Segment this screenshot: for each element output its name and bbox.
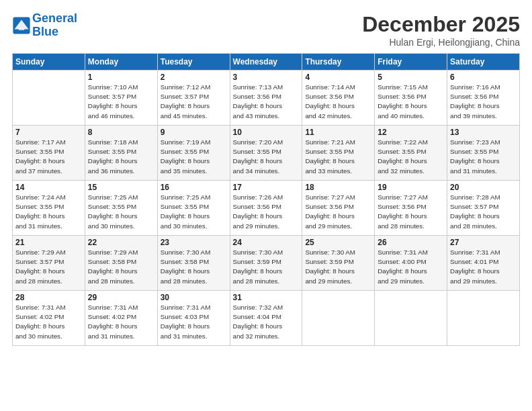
calendar-cell xyxy=(302,291,375,346)
day-info: Sunrise: 7:10 AMSunset: 3:57 PMDaylight:… xyxy=(88,83,154,121)
day-info: Sunrise: 7:17 AMSunset: 3:55 PMDaylight:… xyxy=(15,138,82,176)
day-info: Sunrise: 7:30 AMSunset: 3:59 PMDaylight:… xyxy=(233,248,300,286)
calendar-cell: 15Sunrise: 7:25 AMSunset: 3:55 PMDayligh… xyxy=(85,181,157,236)
day-info: Sunrise: 7:27 AMSunset: 3:56 PMDaylight:… xyxy=(305,193,371,231)
calendar-cell xyxy=(375,291,447,346)
day-info: Sunrise: 7:21 AMSunset: 3:55 PMDaylight:… xyxy=(305,138,371,176)
day-number: 15 xyxy=(88,183,154,192)
day-number: 23 xyxy=(161,238,227,247)
day-info: Sunrise: 7:29 AMSunset: 3:58 PMDaylight:… xyxy=(88,248,154,286)
header: General Blue December 2025 Hulan Ergi, H… xyxy=(12,12,520,48)
day-number: 30 xyxy=(161,293,227,302)
day-info: Sunrise: 7:25 AMSunset: 3:55 PMDaylight:… xyxy=(88,193,154,231)
day-info: Sunrise: 7:28 AMSunset: 3:57 PMDaylight:… xyxy=(450,193,517,231)
weekday-header: Saturday xyxy=(447,54,520,71)
day-number: 31 xyxy=(233,293,300,302)
day-info: Sunrise: 7:19 AMSunset: 3:55 PMDaylight:… xyxy=(161,138,227,176)
day-number: 16 xyxy=(161,183,227,192)
calendar-cell: 7Sunrise: 7:17 AMSunset: 3:55 PMDaylight… xyxy=(13,126,85,181)
month-title: December 2025 xyxy=(362,12,520,37)
logo-icon xyxy=(12,16,31,35)
day-number: 7 xyxy=(15,128,82,137)
day-number: 25 xyxy=(305,238,371,247)
calendar-cell: 27Sunrise: 7:31 AMSunset: 4:01 PMDayligh… xyxy=(447,236,520,291)
calendar-table: SundayMondayTuesdayWednesdayThursdayFrid… xyxy=(12,53,520,346)
logo: General Blue xyxy=(12,12,77,39)
day-info: Sunrise: 7:27 AMSunset: 3:56 PMDaylight:… xyxy=(378,193,444,231)
title-block: December 2025 Hulan Ergi, Heilongjiang, … xyxy=(362,12,520,48)
calendar-cell xyxy=(447,291,520,346)
day-info: Sunrise: 7:30 AMSunset: 3:58 PMDaylight:… xyxy=(161,248,227,286)
calendar-cell: 11Sunrise: 7:21 AMSunset: 3:55 PMDayligh… xyxy=(302,126,375,181)
calendar-cell: 30Sunrise: 7:31 AMSunset: 4:03 PMDayligh… xyxy=(157,291,230,346)
page: General Blue December 2025 Hulan Ergi, H… xyxy=(0,0,532,411)
day-info: Sunrise: 7:13 AMSunset: 3:56 PMDaylight:… xyxy=(233,83,300,121)
day-number: 11 xyxy=(305,128,371,137)
day-number: 13 xyxy=(450,128,517,137)
day-number: 14 xyxy=(15,183,82,192)
day-number: 17 xyxy=(233,183,300,192)
calendar-cell: 22Sunrise: 7:29 AMSunset: 3:58 PMDayligh… xyxy=(85,236,157,291)
day-info: Sunrise: 7:15 AMSunset: 3:56 PMDaylight:… xyxy=(378,83,444,121)
day-info: Sunrise: 7:16 AMSunset: 3:56 PMDaylight:… xyxy=(450,83,517,121)
calendar-cell xyxy=(13,71,85,126)
day-info: Sunrise: 7:12 AMSunset: 3:57 PMDaylight:… xyxy=(161,83,227,121)
day-number: 10 xyxy=(233,128,300,137)
weekday-header: Wednesday xyxy=(230,54,302,71)
day-info: Sunrise: 7:23 AMSunset: 3:55 PMDaylight:… xyxy=(450,138,517,176)
day-info: Sunrise: 7:31 AMSunset: 4:00 PMDaylight:… xyxy=(378,248,444,286)
day-number: 12 xyxy=(378,128,444,137)
calendar-cell: 1Sunrise: 7:10 AMSunset: 3:57 PMDaylight… xyxy=(85,71,157,126)
day-number: 6 xyxy=(450,73,517,82)
calendar-cell: 14Sunrise: 7:24 AMSunset: 3:55 PMDayligh… xyxy=(13,181,85,236)
calendar-cell: 21Sunrise: 7:29 AMSunset: 3:57 PMDayligh… xyxy=(13,236,85,291)
day-info: Sunrise: 7:14 AMSunset: 3:56 PMDaylight:… xyxy=(305,83,371,121)
day-info: Sunrise: 7:24 AMSunset: 3:55 PMDaylight:… xyxy=(15,193,82,231)
calendar-cell: 19Sunrise: 7:27 AMSunset: 3:56 PMDayligh… xyxy=(375,181,447,236)
calendar-cell: 16Sunrise: 7:25 AMSunset: 3:55 PMDayligh… xyxy=(157,181,230,236)
calendar-cell: 23Sunrise: 7:30 AMSunset: 3:58 PMDayligh… xyxy=(157,236,230,291)
day-number: 5 xyxy=(378,73,444,82)
logo-text: General Blue xyxy=(32,12,77,39)
day-number: 21 xyxy=(15,238,82,247)
calendar-cell: 4Sunrise: 7:14 AMSunset: 3:56 PMDaylight… xyxy=(302,71,375,126)
location-subtitle: Hulan Ergi, Heilongjiang, China xyxy=(362,37,520,48)
day-number: 19 xyxy=(378,183,444,192)
day-info: Sunrise: 7:31 AMSunset: 4:02 PMDaylight:… xyxy=(15,303,82,341)
day-number: 4 xyxy=(305,73,371,82)
day-number: 8 xyxy=(88,128,154,137)
day-number: 3 xyxy=(233,73,300,82)
day-number: 2 xyxy=(161,73,227,82)
calendar-cell: 31Sunrise: 7:32 AMSunset: 4:04 PMDayligh… xyxy=(230,291,302,346)
calendar-cell: 9Sunrise: 7:19 AMSunset: 3:55 PMDaylight… xyxy=(157,126,230,181)
calendar-body: 1Sunrise: 7:10 AMSunset: 3:57 PMDaylight… xyxy=(13,71,520,346)
calendar-cell: 3Sunrise: 7:13 AMSunset: 3:56 PMDaylight… xyxy=(230,71,302,126)
calendar-cell: 12Sunrise: 7:22 AMSunset: 3:55 PMDayligh… xyxy=(375,126,447,181)
weekday-header: Friday xyxy=(375,54,447,71)
calendar-cell: 6Sunrise: 7:16 AMSunset: 3:56 PMDaylight… xyxy=(447,71,520,126)
calendar-cell: 8Sunrise: 7:18 AMSunset: 3:55 PMDaylight… xyxy=(85,126,157,181)
day-number: 26 xyxy=(378,238,444,247)
day-info: Sunrise: 7:25 AMSunset: 3:55 PMDaylight:… xyxy=(161,193,227,231)
day-info: Sunrise: 7:31 AMSunset: 4:01 PMDaylight:… xyxy=(450,248,517,286)
day-number: 24 xyxy=(233,238,300,247)
weekday-header: Thursday xyxy=(302,54,375,71)
day-number: 27 xyxy=(450,238,517,247)
svg-rect-2 xyxy=(19,28,24,30)
day-number: 22 xyxy=(88,238,154,247)
day-number: 29 xyxy=(88,293,154,302)
weekday-header: Monday xyxy=(85,54,157,71)
calendar-cell: 24Sunrise: 7:30 AMSunset: 3:59 PMDayligh… xyxy=(230,236,302,291)
day-number: 9 xyxy=(161,128,227,137)
calendar-cell: 29Sunrise: 7:31 AMSunset: 4:02 PMDayligh… xyxy=(85,291,157,346)
weekday-header: Sunday xyxy=(13,54,85,71)
calendar-header: SundayMondayTuesdayWednesdayThursdayFrid… xyxy=(13,54,520,71)
day-info: Sunrise: 7:29 AMSunset: 3:57 PMDaylight:… xyxy=(15,248,82,286)
day-number: 28 xyxy=(15,293,82,302)
calendar-cell: 20Sunrise: 7:28 AMSunset: 3:57 PMDayligh… xyxy=(447,181,520,236)
calendar-week-row: 7Sunrise: 7:17 AMSunset: 3:55 PMDaylight… xyxy=(13,126,520,181)
day-info: Sunrise: 7:30 AMSunset: 3:59 PMDaylight:… xyxy=(305,248,371,286)
day-number: 18 xyxy=(305,183,371,192)
weekday-header: Tuesday xyxy=(157,54,230,71)
day-info: Sunrise: 7:31 AMSunset: 4:02 PMDaylight:… xyxy=(88,303,154,341)
